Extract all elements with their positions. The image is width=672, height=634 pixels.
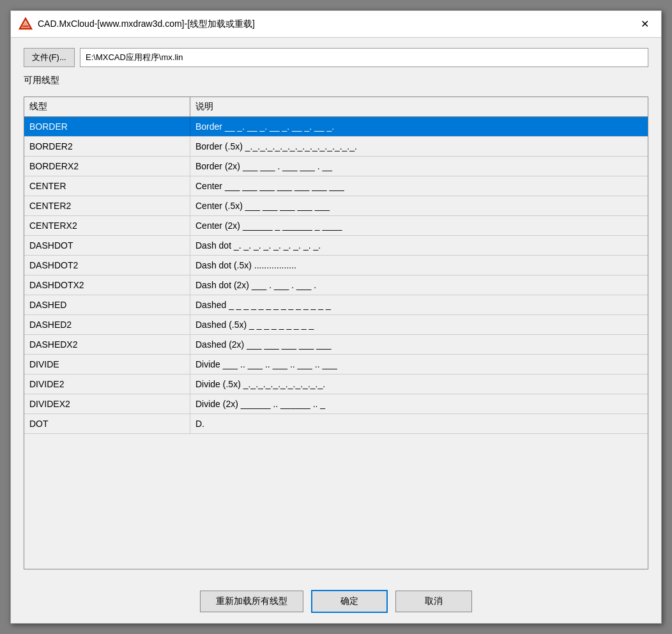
table-row[interactable]: DIVIDE2Divide (.5x) _._._._._._._._._._.… [24, 375, 648, 394]
title-bar-left: CAD.MxCloud-[www.mxdraw3d.com]-[线型加载或重载] [19, 17, 255, 31]
footer: 重新加载所有线型 确定 取消 [11, 580, 661, 623]
cell-description: Dash dot (.5x) ................. [190, 256, 648, 275]
reload-all-button[interactable]: 重新加载所有线型 [200, 591, 303, 612]
cell-linetype: DASHDOT [24, 236, 190, 255]
section-label: 可用线型 [24, 75, 648, 86]
cell-description: Center (2x) ______ _ ______ _ ____ [190, 216, 648, 235]
confirm-button[interactable]: 确定 [311, 590, 388, 613]
cell-linetype: CENTER [24, 176, 190, 196]
scrollbar-space [636, 97, 648, 116]
cell-linetype: DASHDOTX2 [24, 275, 190, 295]
col-header-description: 说明 [190, 97, 636, 116]
cell-description: Dashed (.5x) _ _ _ _ _ _ _ _ _ [190, 315, 648, 334]
cell-linetype: DASHDOT2 [24, 256, 190, 275]
cell-linetype: CENTERX2 [24, 216, 190, 235]
cell-linetype: DASHED2 [24, 315, 190, 334]
table-header: 线型 说明 [24, 97, 648, 117]
cell-description: Dashed _ _ _ _ _ _ _ _ _ _ _ _ _ _ [190, 295, 648, 314]
file-row: 文件(F)... [24, 48, 648, 67]
file-path-input[interactable] [80, 48, 648, 67]
app-logo-icon [19, 17, 33, 31]
linetype-table: 线型 说明 BORDERBorder __ _. __ _. __ _. __ … [24, 97, 648, 569]
cell-linetype: DASHEDX2 [24, 335, 190, 354]
table-row[interactable]: BORDERX2Border (2x) ___ ___ . ___ ___ . … [24, 157, 648, 176]
cell-linetype: BORDERX2 [24, 157, 190, 176]
col-header-linetype: 线型 [24, 97, 190, 116]
table-body[interactable]: BORDERBorder __ _. __ _. __ _. __ _. __ … [24, 117, 648, 569]
cell-description: Divide ___ .. ___ .. ___ .. ___ .. ___ [190, 355, 648, 374]
cell-description: Center (.5x) ___ ___ ___ ___ ___ [190, 196, 648, 215]
table-row[interactable]: DIVIDEX2Divide (2x) ______ .. ______ .. … [24, 394, 648, 414]
cell-description: D. [190, 414, 648, 433]
table-row[interactable]: DASHEDX2Dashed (2x) ___ ___ ___ ___ ___ [24, 335, 648, 355]
table-row[interactable]: CENTERCenter ___ ___ ___ ___ ___ ___ ___ [24, 176, 648, 196]
cell-description: Center ___ ___ ___ ___ ___ ___ ___ [190, 176, 648, 196]
table-row[interactable]: BORDERBorder __ _. __ _. __ _. __ _. __ … [24, 117, 648, 137]
cell-description: Dash dot _. _. _. _. _. _. _. _. _. [190, 236, 648, 255]
cell-description: Dash dot (2x) ___ . ___ . ___ . [190, 275, 648, 295]
table-row[interactable]: DASHED2Dashed (.5x) _ _ _ _ _ _ _ _ _ [24, 315, 648, 335]
table-row[interactable]: DASHEDDashed _ _ _ _ _ _ _ _ _ _ _ _ _ _ [24, 295, 648, 315]
cancel-button[interactable]: 取消 [395, 591, 472, 612]
cell-description: Border (.5x) _._._._._._._._._._._._._._… [190, 137, 648, 156]
cell-linetype: DIVIDE [24, 355, 190, 374]
cell-linetype: CENTER2 [24, 196, 190, 215]
cell-linetype: DASHED [24, 295, 190, 314]
file-button[interactable]: 文件(F)... [24, 48, 75, 67]
dialog-window: CAD.MxCloud-[www.mxdraw3d.com]-[线型加载或重载]… [10, 10, 662, 624]
cell-description: Divide (2x) ______ .. ______ .. _ [190, 394, 648, 414]
cell-description: Divide (.5x) _._._._._._._._._._._. [190, 375, 648, 394]
dialog-content: 文件(F)... 可用线型 线型 说明 BORDERBorder __ _. _… [11, 38, 661, 580]
cell-linetype: DIVIDE2 [24, 375, 190, 394]
cell-linetype: DIVIDEX2 [24, 394, 190, 414]
title-bar: CAD.MxCloud-[www.mxdraw3d.com]-[线型加载或重载]… [11, 11, 661, 38]
table-row[interactable]: BORDER2Border (.5x) _._._._._._._._._._.… [24, 137, 648, 157]
table-row[interactable]: CENTERX2Center (2x) ______ _ ______ _ __… [24, 216, 648, 236]
cell-linetype: BORDER [24, 117, 190, 136]
table-row[interactable]: DASHDOTDash dot _. _. _. _. _. _. _. _. … [24, 236, 648, 256]
dialog-title: CAD.MxCloud-[www.mxdraw3d.com]-[线型加载或重载] [38, 19, 255, 30]
cell-description: Border __ _. __ _. __ _. __ _. __ _. [190, 117, 648, 136]
table-row[interactable]: DASHDOTX2Dash dot (2x) ___ . ___ . ___ . [24, 275, 648, 295]
table-row[interactable]: CENTER2Center (.5x) ___ ___ ___ ___ ___ [24, 196, 648, 216]
cell-description: Border (2x) ___ ___ . ___ ___ . __ [190, 157, 648, 176]
table-row[interactable]: DASHDOT2Dash dot (.5x) ................. [24, 256, 648, 275]
table-row[interactable]: DOTD. [24, 414, 648, 434]
cell-linetype: BORDER2 [24, 137, 190, 156]
cell-linetype: DOT [24, 414, 190, 433]
table-row[interactable]: DIVIDEDivide ___ .. ___ .. ___ .. ___ ..… [24, 355, 648, 375]
close-button[interactable]: ✕ [636, 15, 653, 33]
cell-description: Dashed (2x) ___ ___ ___ ___ ___ [190, 335, 648, 354]
